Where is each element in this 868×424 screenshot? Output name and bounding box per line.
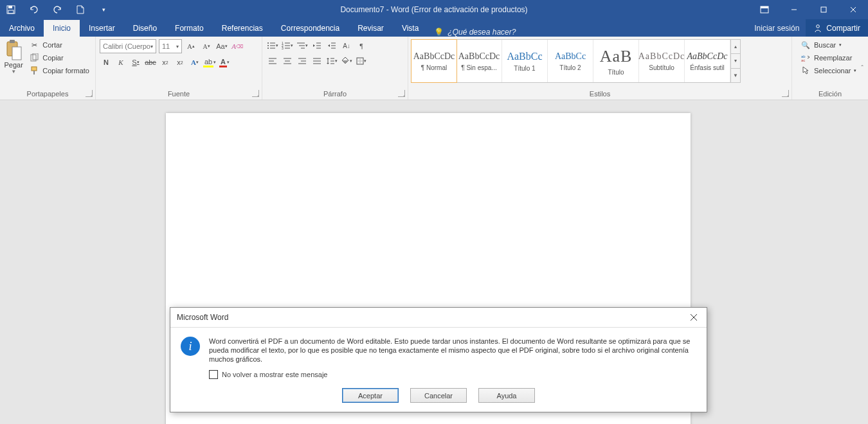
tab-file[interactable]: Archivo [0, 20, 44, 37]
gallery-up-icon[interactable]: ▴ [731, 40, 740, 54]
svg-rect-4 [761, 6, 768, 8]
bullets-button[interactable]: ▾ [266, 39, 279, 52]
clipboard-group-label: Portapapeles [27, 90, 69, 98]
ribbon: Pegar ▼ ✂Cortar Copiar Copiar formato Po… [0, 37, 868, 100]
dont-show-checkbox[interactable] [209, 370, 218, 379]
tab-layout[interactable]: Formato [166, 20, 213, 37]
font-size-combo[interactable]: 11▾ [159, 39, 182, 53]
justify-button[interactable] [311, 55, 323, 67]
new-doc-icon[interactable] [73, 3, 87, 17]
bold-button[interactable]: N [100, 56, 113, 69]
strike-button[interactable]: abc [144, 56, 157, 69]
increase-indent-button[interactable] [325, 39, 338, 52]
font-name-value: Calibri (Cuerpo [103, 42, 150, 50]
ok-button[interactable]: Aceptar [342, 388, 399, 403]
align-left-button[interactable] [266, 55, 279, 67]
paste-button[interactable]: Pegar ▼ [4, 39, 23, 75]
clear-format-button[interactable]: A⌫ [231, 40, 244, 53]
cut-button[interactable]: ✂Cortar [27, 39, 91, 51]
font-color-button[interactable]: A▾ [218, 56, 231, 69]
save-icon[interactable] [4, 3, 18, 17]
borders-button[interactable]: ▾ [355, 55, 368, 67]
qat-customize-icon[interactable]: ▾ [96, 3, 111, 17]
numbering-button[interactable]: 123▾ [281, 39, 294, 52]
line-spacing-button[interactable]: ▾ [325, 55, 338, 67]
title-bar: ▾ Documento7 - Word (Error de activación… [0, 0, 868, 19]
dialog-close-button[interactable] [687, 311, 700, 324]
close-button[interactable] [838, 0, 868, 19]
tell-me-search[interactable]: 💡 ¿Qué desea hacer? [434, 28, 516, 37]
shading-button[interactable]: ▾ [340, 55, 353, 67]
subscript-button[interactable]: x2 [159, 56, 172, 69]
cut-label: Cortar [42, 41, 62, 49]
style-no-spacing[interactable]: AaBbCcDc¶ Sin espa... [457, 40, 502, 82]
style-heading1[interactable]: AaBbCcTítulo 1 [502, 40, 548, 82]
paragraph-launcher[interactable] [398, 90, 405, 97]
tab-mailings[interactable]: Correspondencia [272, 20, 348, 37]
text-effects-button[interactable]: A▾ [188, 56, 201, 69]
svg-rect-12 [12, 47, 21, 60]
shrink-font-button[interactable]: A▾ [200, 40, 213, 53]
bulb-icon: 💡 [434, 28, 444, 37]
copy-icon [29, 53, 39, 63]
underline-button[interactable]: S▾ [129, 56, 142, 69]
style-heading2[interactable]: AaBbCcTítulo 2 [548, 40, 593, 82]
share-button[interactable]: Compartir [806, 19, 868, 37]
grow-font-button[interactable]: A▴ [185, 40, 197, 53]
collapse-ribbon-button[interactable]: ˆ [856, 37, 868, 100]
tab-home[interactable]: Inicio [44, 20, 80, 37]
svg-text:3: 3 [282, 46, 284, 49]
style-emphasis[interactable]: AaBbCcDcÉnfasis sutil [685, 40, 730, 82]
minimize-button[interactable] [779, 0, 809, 19]
help-button[interactable]: Ayuda [478, 388, 535, 403]
multilevel-button[interactable]: ▾ [296, 39, 309, 52]
styles-launcher[interactable] [782, 90, 789, 97]
redo-icon[interactable] [50, 3, 64, 17]
document-title: Documento7 - Word (Error de activación d… [0, 5, 868, 14]
select-button[interactable]: Seleccionar ▾ [799, 65, 858, 76]
style-title[interactable]: AaBTítulo [593, 40, 639, 82]
change-case-button[interactable]: Aa▾ [215, 40, 228, 53]
gallery-more-icon[interactable]: ▼ [731, 69, 740, 82]
dialog-title: Microsoft Word [177, 313, 228, 322]
superscript-button[interactable]: x2 [174, 56, 186, 69]
tab-view[interactable]: Vista [393, 20, 428, 37]
decrease-indent-button[interactable] [311, 39, 323, 52]
italic-button[interactable]: K [114, 56, 127, 69]
painter-label: Copiar formato [42, 67, 89, 75]
format-painter-button[interactable]: Copiar formato [27, 65, 91, 76]
undo-icon[interactable] [27, 3, 41, 17]
editing-group-label: Edición [818, 90, 842, 98]
highlight-button[interactable]: ab▾ [203, 56, 216, 69]
replace-label: Reemplazar [814, 54, 852, 62]
svg-rect-2 [8, 10, 14, 13]
brush-icon [29, 66, 39, 76]
tab-references[interactable]: Referencias [213, 20, 272, 37]
sign-in-link[interactable]: Iniciar sesión [748, 20, 806, 37]
font-name-combo[interactable]: Calibri (Cuerpo▾ [100, 39, 156, 53]
styles-group-label: Estilos [590, 90, 610, 98]
cancel-button[interactable]: Cancelar [410, 388, 467, 403]
group-paragraph: ▾ 123▾ ▾ A↓ ¶ ▾ ▾ ▾ Párrafo [262, 37, 408, 100]
style-normal[interactable]: AaBbCcDc¶ Normal [411, 39, 457, 83]
align-right-button[interactable] [296, 55, 309, 67]
ribbon-options-icon[interactable] [750, 0, 779, 19]
sort-button[interactable]: A↓ [340, 39, 353, 52]
replace-button[interactable]: abacReemplazar [799, 52, 858, 64]
copy-button[interactable]: Copiar [27, 52, 91, 64]
share-icon [813, 24, 822, 33]
font-launcher[interactable] [252, 90, 259, 97]
tab-insert[interactable]: Insertar [80, 20, 124, 37]
clipboard-launcher[interactable] [86, 90, 93, 97]
group-styles: AaBbCcDc¶ Normal AaBbCcDc¶ Sin espa... A… [408, 37, 792, 100]
align-center-button[interactable] [281, 55, 294, 67]
svg-point-9 [817, 24, 820, 28]
show-marks-button[interactable]: ¶ [355, 39, 368, 52]
style-subtitle[interactable]: AaBbCcDcSubtítulo [639, 40, 685, 82]
tab-review[interactable]: Revisar [348, 20, 393, 37]
tab-design[interactable]: Diseño [124, 20, 166, 37]
maximize-button[interactable] [809, 0, 838, 19]
gallery-down-icon[interactable]: ▾ [731, 54, 740, 68]
find-button[interactable]: 🔍Buscar ▾ [799, 39, 858, 51]
font-size-value: 11 [162, 42, 170, 50]
